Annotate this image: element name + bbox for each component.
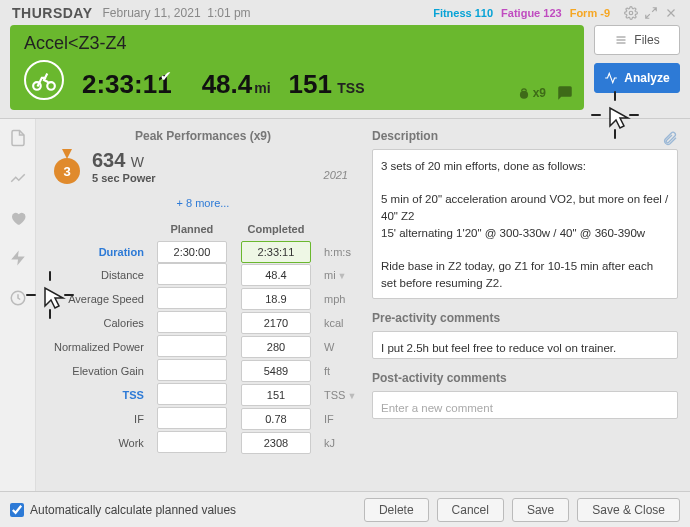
stats-row: Distance48.4mi▼ [48,263,358,287]
delete-button[interactable]: Delete [364,498,429,522]
planned-input[interactable] [157,311,227,333]
stat-label[interactable]: TSS [48,383,150,407]
date-time: February 11, 2021 1:01 pm [103,6,251,20]
planned-input[interactable] [157,263,227,285]
planned-input[interactable] [157,359,227,381]
day-name: THURSDAY [12,5,93,21]
stat-label: Normalized Power [48,335,150,359]
cancel-button[interactable]: Cancel [437,498,504,522]
post-comments-box[interactable]: Enter a new comment [372,391,678,419]
stat-label: Elevation Gain [48,359,150,383]
svg-point-3 [520,91,528,99]
svg-point-0 [629,11,633,15]
post-comments-title: Post-activity comments [372,371,678,385]
stats-row: Elevation Gain5489ft [48,359,358,383]
stats-row: TSS151TSS▼ [48,383,358,407]
stats-row: Calories2170kcal [48,311,358,335]
activity-title: Accel<Z3-Z4 [24,33,570,54]
stat-label: Work [48,431,150,455]
completed-input[interactable]: 2308 [241,432,311,454]
tab-heart-icon[interactable] [9,209,27,227]
stat-label: Average Speed [48,287,150,311]
auto-calc-input[interactable] [10,503,24,517]
close-icon[interactable] [664,6,678,20]
completed-input[interactable]: 48.4 [241,264,311,286]
completed-input[interactable]: 0.78 [241,408,311,430]
peak-section-title: Peak Performances (x9) [48,129,358,143]
save-close-button[interactable]: Save & Close [577,498,680,522]
tab-power-icon[interactable] [9,249,27,267]
fitness-stat: Fitness 110 [433,7,493,19]
stat-label: Distance [48,263,150,287]
footer-bar: Automatically calculate planned values D… [0,491,690,527]
pre-comments-title: Pre-activity comments [372,311,678,325]
stat-unit: TSS▼ [318,383,358,407]
medal-icon: 3 [52,149,82,187]
svg-marker-15 [11,251,25,266]
stats-row: Average Speed18.9mph [48,287,358,311]
col-completed: Completed [234,219,318,241]
fatigue-stat: Fatigue 123 [501,7,562,19]
time: 1:01 pm [207,6,250,20]
col-planned: Planned [150,219,234,241]
svg-point-2 [47,82,55,90]
peak-year: 2021 [324,149,354,181]
completed-input[interactable]: 2:33:11 [241,241,311,263]
header-bar: THURSDAY February 11, 2021 1:01 pm Fitne… [0,0,690,25]
stats-row: Duration2:30:002:33:11h:m:s [48,241,358,263]
activity-card[interactable]: Accel<Z3-Z4 2:33:11✔ 48.4mi 151 TSS x9 [10,25,584,110]
tab-summary-icon[interactable] [9,129,27,147]
stat-unit: IF [318,407,358,431]
more-peaks-link[interactable]: + 8 more... [48,197,358,209]
activity-duration: 2:33:11✔ [82,69,184,100]
vertical-tabs [0,119,36,493]
date: February 11, 2021 [103,6,201,20]
tab-chart-icon[interactable] [9,169,27,187]
stat-label: Calories [48,311,150,335]
save-button[interactable]: Save [512,498,569,522]
planned-input[interactable] [157,431,227,453]
planned-input[interactable] [157,407,227,429]
activity-tss: 151 TSS [289,69,365,100]
paperclip-icon[interactable] [662,131,678,147]
stat-unit: h:m:s [318,241,358,263]
stats-row: IF0.78IF [48,407,358,431]
pre-comments-box[interactable]: I put 2.5h but feel free to reduce vol o… [372,331,678,359]
tab-clock-icon[interactable] [9,289,27,307]
completed-input[interactable]: 2170 [241,312,311,334]
stat-unit: kJ [318,431,358,455]
completed-input[interactable]: 5489 [241,360,311,382]
completed-input[interactable]: 18.9 [241,288,311,310]
gear-icon[interactable] [624,6,638,20]
activity-distance: 48.4mi [202,69,271,100]
completed-input[interactable]: 151 [241,384,311,406]
files-button[interactable]: Files [594,25,680,55]
stats-row: Work2308kJ [48,431,358,455]
description-title: Description [372,129,438,143]
bike-icon [24,60,64,100]
comment-icon[interactable] [556,84,574,102]
stat-unit: mph [318,287,358,311]
peak-performance-row[interactable]: 3 634 W 5 sec Power 2021 [48,149,358,193]
stats-table: PlannedCompleted Duration2:30:002:33:11h… [48,219,358,455]
stat-label: IF [48,407,150,431]
planned-input[interactable]: 2:30:00 [157,241,227,263]
stats-row: Normalized Power280W [48,335,358,359]
auto-calc-checkbox[interactable]: Automatically calculate planned values [10,503,236,517]
form-stat: Form -9 [570,7,610,19]
planned-input[interactable] [157,383,227,405]
expand-icon[interactable] [644,6,658,20]
description-box[interactable]: 3 sets of 20 min efforts, done as follow… [372,149,678,299]
svg-text:3: 3 [63,164,70,179]
stat-label[interactable]: Duration [48,241,150,263]
completed-input[interactable]: 280 [241,336,311,358]
kettlebell-icon: x9 [517,86,546,100]
stat-unit: mi▼ [318,263,358,287]
planned-input[interactable] [157,335,227,357]
stat-unit: kcal [318,311,358,335]
stat-unit: W [318,335,358,359]
planned-input[interactable] [157,287,227,309]
stat-unit: ft [318,359,358,383]
analyze-button[interactable]: Analyze [594,63,680,93]
